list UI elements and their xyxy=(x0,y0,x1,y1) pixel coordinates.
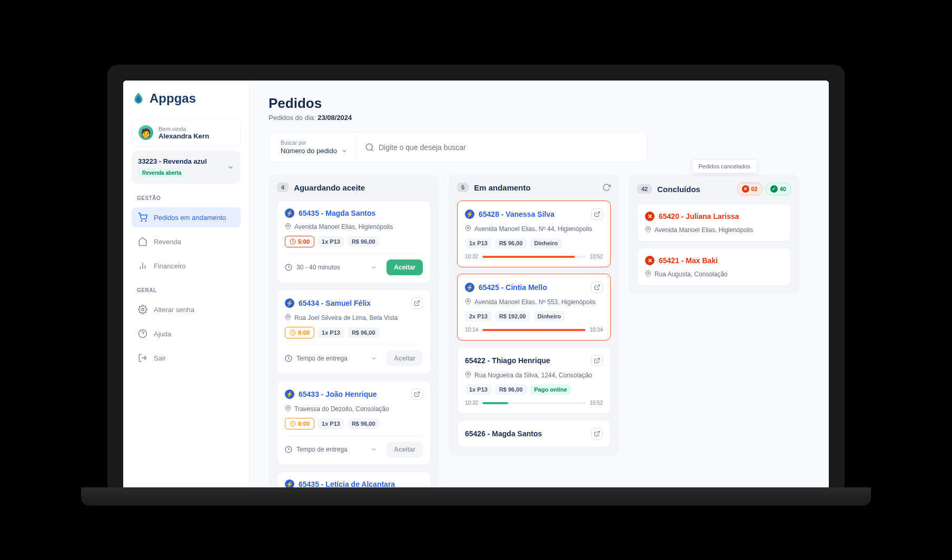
avatar: 🧑 xyxy=(138,125,153,140)
card-address: Avenida Manoel Elias, Higienópolis xyxy=(285,223,423,231)
order-card[interactable]: 65426 - Magda Santos xyxy=(457,420,611,447)
qty-tag: 1x P13 xyxy=(318,236,344,247)
open-icon[interactable] xyxy=(411,388,423,400)
accept-button[interactable]: Aceitar xyxy=(386,442,423,457)
svg-point-1 xyxy=(145,221,146,222)
search-label: Buscar por xyxy=(281,140,348,146)
progress-row: 10:32 10:52 xyxy=(465,400,603,406)
pin-icon xyxy=(645,226,651,233)
store-name: 33223 - Revenda azul xyxy=(138,157,207,165)
price-tag: R$ 96,00 xyxy=(495,238,527,248)
payment-tag: Pago online xyxy=(530,384,571,395)
delivery-select[interactable]: 30 - 40 minutos xyxy=(285,264,381,271)
svg-point-29 xyxy=(648,228,649,230)
accept-button[interactable]: Aceitar xyxy=(386,351,423,366)
qty-tag: 2x P13 xyxy=(465,311,492,322)
pin-icon xyxy=(465,298,471,305)
delivery-select[interactable]: Tempo de entrega xyxy=(285,355,381,362)
column-progress: 5 Em andamento ⚡ 65428 - Vanessa Silva xyxy=(449,174,619,456)
svg-point-15 xyxy=(287,316,289,318)
order-card[interactable]: ⚡ 65433 - João Henrique Travessa do Dezo… xyxy=(277,381,431,465)
section-management: GESTÃO xyxy=(132,193,241,203)
order-card[interactable]: ✕ 65420 - Juliana Larissa Avenida Manoel… xyxy=(637,204,791,242)
nav-password-label: Alterar senha xyxy=(154,306,194,314)
svg-point-11 xyxy=(287,225,289,227)
page-title: Pedidos xyxy=(269,95,810,112)
column-title: Aguardando aceite xyxy=(294,183,431,192)
order-card[interactable]: ✕ 65421 - Max Baki Rua Augusta, Consolaç… xyxy=(637,248,791,286)
clock-icon xyxy=(290,238,296,245)
cancelled-badge[interactable]: ✕ 02 xyxy=(737,183,762,195)
brand-logo: Appgas xyxy=(132,91,241,106)
search-bar: Buscar por Número do pedido xyxy=(269,132,648,163)
main-content: Pedidos Pedidos do dia: 23/08/2024 Busca… xyxy=(250,81,829,491)
x-icon: ✕ xyxy=(645,212,654,221)
card-title: ⚡ 65428 - Vanessa Silva xyxy=(465,209,554,219)
bolt-icon: ⚡ xyxy=(465,209,474,219)
card-title: 65426 - Magda Santos xyxy=(465,429,542,438)
pin-icon xyxy=(285,314,291,321)
qty-tag: 1x P13 xyxy=(465,238,492,248)
svg-point-19 xyxy=(287,407,289,409)
search-type-dropdown[interactable]: Buscar por Número do pedido xyxy=(272,136,356,159)
nav-help[interactable]: Ajuda xyxy=(132,324,241,344)
nav-help-label: Ajuda xyxy=(154,330,171,338)
store-selector[interactable]: 33223 - Revenda azul Revenda aberta xyxy=(132,151,241,184)
pin-icon xyxy=(285,405,291,412)
clock-icon xyxy=(290,329,296,336)
card-address: Rua Nogueira da Silva, 1244, Consolação xyxy=(465,372,603,379)
logo-icon xyxy=(132,92,145,105)
svg-point-5 xyxy=(142,308,144,311)
open-icon[interactable] xyxy=(591,428,603,439)
order-card[interactable]: ⚡ 65435 - Magda Santos Avenida Manoel El… xyxy=(277,201,431,283)
sidebar: Appgas 🧑 Bem-vinda Alexandra Kern 33223 … xyxy=(123,81,250,491)
search-input[interactable] xyxy=(379,143,636,152)
progress-row: 10:14 10:34 xyxy=(465,327,603,333)
completed-badge[interactable]: ✓ 40 xyxy=(766,183,791,195)
delivery-select[interactable]: Tempo de entrega xyxy=(285,446,381,453)
app-screen: Appgas 🧑 Bem-vinda Alexandra Kern 33223 … xyxy=(123,81,829,491)
order-card[interactable]: 65422 - Thiago Henrique Rua Nogueira da … xyxy=(457,347,611,414)
svg-line-22 xyxy=(597,212,600,215)
bolt-icon: ⚡ xyxy=(465,283,474,292)
qty-tag: 1x P13 xyxy=(318,418,344,429)
open-icon[interactable] xyxy=(591,355,603,366)
card-address: Travessa do Dezoito, Consolação xyxy=(285,405,423,413)
chart-icon xyxy=(138,261,147,271)
order-card[interactable]: ⚡ 65434 - Samuel Félix Rua Joel Silveira… xyxy=(277,289,431,374)
order-card[interactable]: ⚡ 65425 - Cintia Mello Avenida Manoel El… xyxy=(457,274,611,341)
svg-line-28 xyxy=(597,432,600,435)
chevron-down-icon xyxy=(371,264,377,271)
progress-row: 10:32 10:52 xyxy=(465,254,603,259)
pin-icon xyxy=(285,223,291,229)
order-card[interactable]: ⚡ 65428 - Vanessa Silva Avenida Manoel E… xyxy=(457,201,611,267)
nav-finance[interactable]: Financeiro xyxy=(132,256,241,276)
refresh-icon[interactable] xyxy=(602,183,611,192)
nav-resale[interactable]: Revenda xyxy=(132,232,241,252)
count-badge: 5 xyxy=(457,183,469,192)
price-tag: R$ 96,00 xyxy=(348,418,380,429)
column-title: Em andamento xyxy=(474,183,597,192)
x-icon: ✕ xyxy=(742,185,749,193)
welcome-label: Bem-vinda xyxy=(158,126,209,132)
open-icon[interactable] xyxy=(591,282,603,293)
nav-logout[interactable]: Sair xyxy=(132,348,241,368)
open-icon[interactable] xyxy=(411,297,423,309)
open-icon[interactable] xyxy=(591,208,603,220)
bolt-icon: ⚡ xyxy=(285,208,294,218)
nav-password[interactable]: Alterar senha xyxy=(132,299,241,319)
accept-button[interactable]: Aceitar xyxy=(386,259,423,275)
card-title: ⚡ 65425 - Cintia Mello xyxy=(465,283,547,292)
chevron-down-icon xyxy=(371,446,377,453)
payment-tag: Dinheiro xyxy=(533,311,566,322)
pin-icon xyxy=(645,271,651,277)
svg-line-24 xyxy=(597,285,600,288)
clock-icon xyxy=(290,421,296,427)
card-title: ⚡ 65433 - João Henrique xyxy=(285,389,377,399)
nav-orders[interactable]: Pedidos em andamento xyxy=(132,207,241,227)
card-title: ✕ 65421 - Max Baki xyxy=(645,256,718,265)
chevron-down-icon xyxy=(371,355,377,362)
search-value: Número do pedido xyxy=(281,147,348,155)
nav-finance-label: Financeiro xyxy=(154,262,186,270)
user-card[interactable]: 🧑 Bem-vinda Alexandra Kern xyxy=(132,118,241,147)
